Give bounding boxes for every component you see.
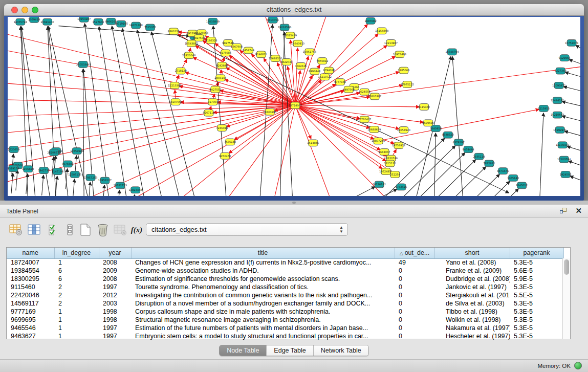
table-mode-icon[interactable] [8,222,24,237]
edge[interactable] [295,105,420,107]
citing-node-252254[interactable]: 252254 [390,171,400,178]
table-cell[interactable]: 9115460 [7,283,54,291]
table-cell[interactable]: 19384554 [7,267,54,275]
edge[interactable] [8,99,295,105]
edge[interactable] [8,105,295,169]
table-header-row[interactable]: namein_degreeyeartitle△out_de...shortpag… [7,248,563,258]
table-cell[interactable]: 1997 [99,332,131,340]
edge[interactable] [134,194,135,196]
table-cell[interactable]: Corpus callosum shape and size in male p… [131,308,395,316]
table-row[interactable]: 946362711997Embryonic stem cells: a mode… [7,332,563,340]
table-cell[interactable]: 2008 [99,258,131,267]
table-cell[interactable]: 1998 [99,308,131,316]
citing-node-9777169[interactable]: 9777169 [334,79,346,85]
citing-node-6497568[interactable]: 6497568 [343,86,355,93]
table-row[interactable]: 1872400712008Changes of HCN gene express… [7,258,563,267]
column-header-out-de-[interactable]: △out_de... [395,248,434,258]
table-cell[interactable]: Dudbridge et al. (2008) [434,275,510,283]
edge[interactable] [8,105,295,117]
row-height-icon[interactable] [62,222,78,237]
table-row[interactable]: 1456911722003Disruption of a novel membe… [7,299,563,308]
column-visibility-icon[interactable] [27,222,42,237]
citing-node-9242848[interactable]: 9242848 [216,62,228,69]
tab-edge-table[interactable]: Edge Table [267,345,313,356]
citing-node-16210722[interactable]: 16210722 [318,74,332,80]
citing-node-18640910[interactable]: 18640910 [291,40,304,47]
citing-node-9684067[interactable]: 9684067 [379,149,390,156]
edge[interactable] [569,59,580,65]
table-cell[interactable]: 5.9E-5 [510,275,563,283]
table-cell[interactable]: 5.3E-5 [510,324,563,332]
citing-node-22420046[interactable]: 22420046 [182,52,195,59]
table-row[interactable]: 1938455462009Genome-wide association stu… [7,267,563,275]
cited-node-15751074[interactable]: 15751074 [565,39,578,46]
cited-node-12106431[interactable]: 12106431 [556,142,569,148]
table-cell[interactable]: 49 [395,258,434,267]
cited-node-17859928[interactable]: 17859928 [70,148,83,155]
table-cell[interactable]: 0 [395,299,434,308]
edge[interactable] [378,110,539,141]
table-cell[interactable]: 5.3E-5 [510,258,563,267]
citing-node-9252458[interactable]: 9252458 [219,152,231,159]
table-cell[interactable]: 0 [395,316,434,324]
cited-node-8215953[interactable]: 8215953 [538,105,550,112]
table-cell[interactable]: Tourette syndrome. Phenomenology and cla… [131,283,395,291]
table-row[interactable]: 969969511998Structural magnetic resonanc… [7,316,563,324]
table-cell[interactable]: 9699695 [7,316,54,324]
table-cell[interactable]: 6 [54,267,99,275]
cited-node-16210643[interactable]: 16210643 [551,112,564,118]
citing-node-2803144[interactable]: 2803144 [214,75,226,81]
citing-node-12213987[interactable]: 12213987 [384,39,398,46]
citing-node-15688520[interactable]: 15688520 [269,55,282,62]
edge[interactable] [565,72,580,78]
table-cell[interactable]: 1 [54,324,99,332]
citing-node-9175685[interactable]: 9175685 [220,50,231,56]
cited-node-16033809[interactable]: 16033809 [206,18,220,25]
edge[interactable] [120,105,295,196]
citing-node-8990448[interactable]: 8990448 [309,68,320,75]
table-row[interactable]: 1830029562008Estimation of significance … [7,275,563,283]
column-header-title[interactable]: title [131,248,395,258]
cited-node-10958107[interactable]: 10958107 [98,177,112,184]
citing-node-19756928[interactable]: 19756928 [392,142,405,149]
column-header-in-degree[interactable]: in_degree [54,248,99,258]
column-header-short[interactable]: short [434,248,510,258]
new-table-icon[interactable] [78,222,93,237]
table-cell[interactable]: 9777169 [7,308,54,316]
cited-node-17103594[interactable]: 17103594 [557,156,571,163]
edge[interactable] [562,101,580,107]
table-cell[interactable]: 2 [54,299,99,308]
cited-node-8471676[interactable]: 8471676 [497,168,509,174]
edge[interactable] [569,161,580,167]
table-cell[interactable]: 0 [395,324,434,332]
cited-node-12505135[interactable]: 12505135 [68,171,81,178]
edge[interactable] [295,105,386,161]
cited-node-26206576[interactable]: 26206576 [47,149,60,156]
delete-rows-icon[interactable] [95,222,111,237]
cited-node-10953287[interactable]: 10953287 [77,17,91,22]
citing-node-18107554[interactable]: 18107554 [169,99,182,105]
cited-node-9319154[interactable]: 9319154 [8,165,19,172]
table-cell[interactable]: 14569117 [7,299,54,308]
table-cell[interactable]: 2012 [99,291,131,299]
cited-node-9227343[interactable]: 9227343 [555,68,567,74]
citing-node-10807487[interactable]: 10807487 [368,93,381,100]
table-cell[interactable]: Estimation of significance thresholds fo… [131,275,395,283]
cited-node-16782753[interactable]: 16782753 [114,182,127,189]
edge[interactable] [343,187,375,196]
edge[interactable] [563,86,580,92]
cited-node-2620659[interactable]: 2620659 [8,146,19,153]
table-cell[interactable]: 1997 [99,324,131,332]
table-cell[interactable]: Embryonic stem cells: a model to study s… [131,332,395,340]
table-cell[interactable]: 5.3E-5 [510,308,563,316]
cited-node-12093872[interactable]: 12093872 [552,82,565,89]
edge[interactable] [195,46,295,105]
citing-node-15720407[interactable]: 15720407 [358,116,371,123]
scrollbar-thumb[interactable] [564,259,569,275]
cited-node-14671388[interactable]: 14671388 [129,22,143,29]
citing-node-10973493[interactable]: 10973493 [393,51,406,58]
edge[interactable] [16,170,17,190]
table-cell[interactable]: 0 [395,267,434,275]
edge[interactable] [434,133,436,196]
cited-node-1527602[interactable]: 1527602 [93,18,104,25]
